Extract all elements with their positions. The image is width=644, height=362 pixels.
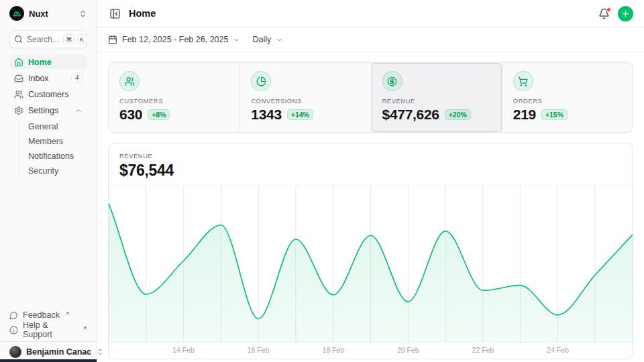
granularity-select[interactable]: Daily — [252, 35, 283, 44]
stat-label: REVENUE — [382, 97, 491, 105]
notifications-button[interactable] — [597, 7, 611, 21]
sidebar-item-label: Inbox — [28, 74, 49, 83]
nuxt-logo-icon — [9, 6, 24, 21]
sidebar-footer: Feedback Help & Support — [0, 308, 97, 341]
sidebar-item-members[interactable]: Members — [19, 134, 87, 149]
revenue-chart-card: REVENUE $76,544 14 Feb16 Feb18 Feb20 Feb… — [108, 143, 633, 359]
main-panel: Home Feb 12, 2025 - Feb 26, 2025 — [97, 0, 644, 362]
sidebar-item-notifications[interactable]: Notifications — [19, 149, 87, 164]
sidebar-item-home[interactable]: Home — [9, 55, 87, 69]
filter-toolbar: Feb 12, 2025 - Feb 26, 2025 Daily — [97, 27, 644, 52]
stat-label: ORDERS — [513, 97, 622, 105]
sidebar-item-settings[interactable]: Settings — [9, 103, 87, 117]
sidebar-item-customers[interactable]: Customers — [9, 87, 87, 101]
page-content: CUSTOMERS 630 +8% CONVERSIONS 1343 +14% — [97, 52, 644, 362]
sidebar-item-label: Home — [28, 58, 52, 67]
stat-value: 1343 — [251, 107, 282, 123]
stat-card-customers[interactable]: CUSTOMERS 630 +8% — [109, 63, 239, 132]
external-link-icon — [83, 326, 87, 330]
pie-chart-icon — [251, 71, 271, 91]
stats-strip: CUSTOMERS 630 +8% CONVERSIONS 1343 +14% — [108, 62, 633, 133]
stat-value: 630 — [119, 107, 142, 123]
x-axis-tick-label: 14 Feb — [172, 346, 195, 354]
circle-dollar-icon — [382, 71, 402, 91]
calendar-icon — [108, 35, 117, 44]
workspace-switcher[interactable]: Nuxt — [0, 0, 97, 27]
stat-label: CUSTOMERS — [119, 97, 229, 105]
delta-badge: +14% — [287, 109, 313, 120]
granularity-label: Daily — [252, 35, 271, 44]
chevron-up-icon — [74, 107, 83, 115]
kbd-k: K — [77, 34, 87, 44]
x-axis-tick-label: 22 Feb — [472, 346, 494, 354]
app-window: Nuxt Search... ⌘ K Home — [0, 0, 644, 362]
chart-header: REVENUE $76,544 — [109, 143, 633, 185]
page-title: Home — [129, 8, 156, 19]
sidebar-item-general[interactable]: General — [19, 119, 87, 134]
stat-card-orders[interactable]: ORDERS 219 +15% — [502, 63, 633, 132]
date-range-label: Feb 12, 2025 - Feb 26, 2025 — [122, 35, 228, 44]
help-support-link[interactable]: Help & Support — [9, 322, 87, 337]
x-axis-tick-label: 18 Feb — [322, 346, 344, 354]
sidebar-item-inbox[interactable]: Inbox 4 — [9, 71, 87, 85]
panel-left-close-icon — [109, 8, 121, 19]
search-placeholder: Search... — [27, 35, 59, 44]
stat-value: $477,626 — [382, 107, 439, 123]
add-button[interactable] — [618, 6, 633, 21]
top-header: Home — [97, 0, 644, 27]
sidebar-item-label: Settings — [28, 106, 58, 115]
users-icon — [119, 71, 140, 91]
stat-card-conversions[interactable]: CONVERSIONS 1343 +14% — [239, 63, 370, 132]
sidebar-item-security[interactable]: Security — [19, 164, 87, 178]
help-support-label: Help & Support — [23, 320, 77, 339]
external-link-icon — [65, 311, 70, 316]
chevrons-up-down-icon — [96, 348, 104, 356]
settings-subnav: General Members Notifications Security — [19, 119, 87, 178]
sidebar: Nuxt Search... ⌘ K Home — [0, 0, 97, 362]
delta-badge: +20% — [445, 109, 471, 120]
gear-icon — [14, 106, 23, 115]
chart-title: REVENUE — [119, 152, 622, 160]
plus-icon — [621, 9, 630, 18]
inbox-icon — [14, 74, 23, 83]
message-bubble-icon — [9, 311, 18, 320]
search-input[interactable]: Search... ⌘ K — [9, 30, 87, 48]
sidebar-nav: Home Inbox 4 Customers Settings — [0, 55, 97, 180]
x-axis-tick-label: 24 Feb — [547, 346, 569, 354]
chevron-down-icon — [276, 36, 283, 44]
delta-badge: +8% — [148, 109, 170, 120]
search-icon — [14, 35, 23, 44]
x-axis-tick-label: 16 Feb — [248, 346, 270, 354]
date-range-picker[interactable]: Feb 12, 2025 - Feb 26, 2025 — [108, 35, 240, 44]
info-circle-icon — [9, 326, 18, 335]
feedback-label: Feedback — [23, 310, 60, 320]
sidebar-item-label: Customers — [28, 90, 68, 99]
shopping-cart-icon — [513, 71, 533, 91]
notification-dot — [606, 7, 611, 12]
workspace-name: Nuxt — [29, 9, 48, 19]
collapse-sidebar-button[interactable] — [108, 7, 122, 21]
delta-badge: +15% — [541, 109, 568, 120]
bottom-dark-strip — [0, 359, 97, 362]
stat-value: 219 — [513, 107, 536, 123]
stat-label: CONVERSIONS — [251, 97, 360, 105]
chart-headline-value: $76,544 — [119, 162, 622, 180]
revenue-area-chart[interactable]: 14 Feb16 Feb18 Feb20 Feb22 Feb24 Feb — [109, 185, 633, 359]
x-axis-tick-label: 20 Feb — [397, 346, 419, 354]
home-icon — [14, 58, 23, 67]
user-name: Benjamin Canac — [26, 347, 91, 357]
search-shortcut: ⌘ K — [63, 34, 87, 44]
stat-card-revenue[interactable]: REVENUE $477,626 +20% — [371, 63, 502, 132]
kbd-cmd: ⌘ — [63, 34, 75, 44]
chevrons-up-down-icon — [78, 9, 87, 18]
avatar — [9, 346, 21, 358]
inbox-count-badge: 4 — [71, 73, 83, 83]
chevron-down-icon — [233, 36, 240, 44]
users-icon — [14, 90, 23, 99]
